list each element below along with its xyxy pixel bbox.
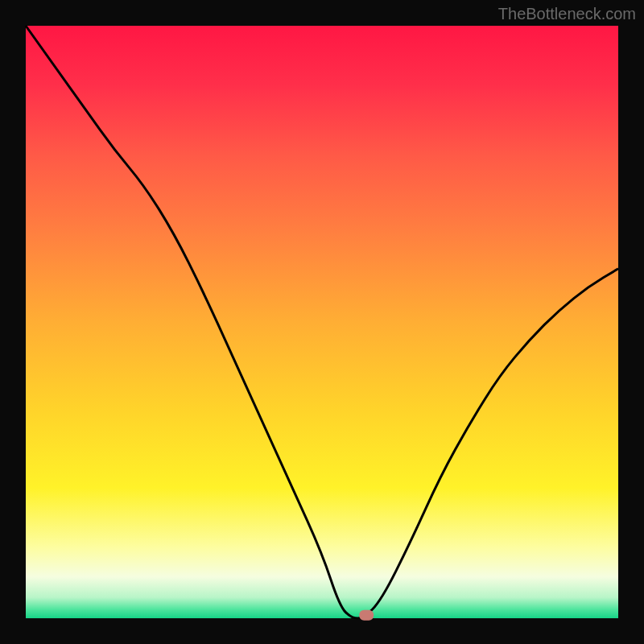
bottleneck-chart: TheBottleneck.com xyxy=(0,0,644,644)
chart-svg xyxy=(0,0,644,644)
chart-gradient-background xyxy=(26,26,618,618)
optimal-point-marker xyxy=(359,610,374,621)
watermark-text: TheBottleneck.com xyxy=(498,5,636,23)
